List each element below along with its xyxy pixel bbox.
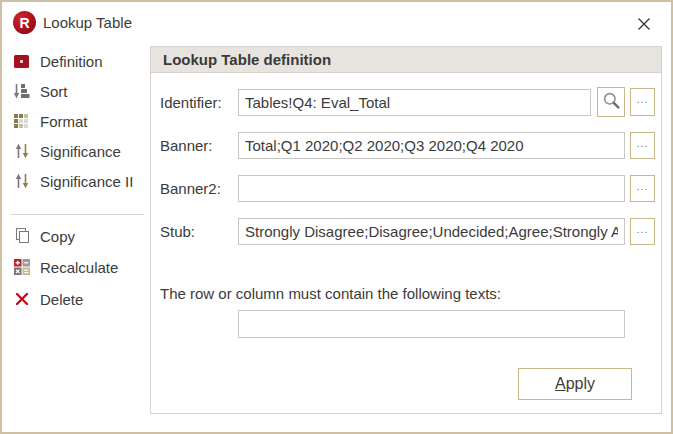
sidebar-separator [10, 214, 144, 215]
sidebar-item-label: Significance [40, 143, 121, 160]
sidebar-item-label: Recalculate [40, 259, 118, 276]
sidebar-item-copy[interactable]: Copy [13, 221, 145, 251]
sidebar-item-label: Copy [40, 228, 75, 245]
app-logo-letter: R [19, 15, 29, 29]
sidebar-item-label: Format [40, 113, 88, 130]
identifier-label: Identifier: [160, 89, 222, 116]
significance-2-icon [13, 173, 30, 190]
contains-texts-label: The row or column must contain the follo… [160, 285, 501, 302]
sidebar-item-significance-2[interactable]: Significance II [13, 166, 145, 196]
ellipsis-icon: ... [637, 182, 648, 192]
significance-icon [13, 143, 30, 160]
copy-icon [13, 228, 30, 245]
sidebar-item-label: Significance II [40, 173, 133, 190]
window-title: Lookup Table [43, 14, 132, 31]
sidebar-item-significance[interactable]: Significance [13, 136, 145, 166]
close-icon[interactable] [633, 13, 655, 35]
identifier-search-button[interactable] [597, 87, 625, 117]
contains-texts-input[interactable] [238, 310, 625, 338]
sidebar-item-definition[interactable]: Definition [13, 46, 145, 76]
recalculate-icon [13, 259, 30, 276]
ellipsis-icon: ... [637, 225, 648, 235]
definition-panel: Lookup Table definition Identifier: ... … [150, 46, 662, 414]
banner-label: Banner: [160, 132, 213, 159]
app-logo-icon: R [13, 11, 36, 34]
sidebar-item-label: Definition [40, 53, 103, 70]
sidebar-item-label: Delete [40, 291, 83, 308]
identifier-more-button[interactable]: ... [630, 88, 655, 116]
stub-input[interactable] [238, 218, 625, 245]
sort-icon [13, 83, 30, 100]
sidebar-item-recalculate[interactable]: Recalculate [13, 252, 145, 282]
delete-icon [13, 291, 30, 308]
stub-more-button[interactable]: ... [630, 218, 655, 245]
ellipsis-icon: ... [637, 139, 648, 149]
apply-button-label: pply [566, 375, 595, 392]
stub-label: Stub: [160, 218, 195, 245]
panel-title: Lookup Table definition [151, 47, 661, 73]
banner2-label: Banner2: [160, 175, 221, 202]
banner-input[interactable] [238, 132, 625, 159]
search-icon [602, 91, 621, 113]
banner2-input[interactable] [238, 175, 625, 202]
banner2-more-button[interactable]: ... [630, 175, 655, 202]
identifier-input[interactable] [238, 89, 591, 116]
ellipsis-icon: ... [637, 95, 648, 105]
banner-more-button[interactable]: ... [630, 132, 655, 159]
sidebar-item-format[interactable]: Format [13, 106, 145, 136]
sidebar-item-sort[interactable]: Sort [13, 76, 145, 106]
format-icon [13, 113, 30, 130]
apply-button[interactable]: Apply [518, 368, 632, 400]
lookup-table-dialog: R Lookup Table Definition Sort [0, 0, 673, 434]
sidebar-item-label: Sort [40, 83, 68, 100]
sidebar-item-delete[interactable]: Delete [13, 284, 145, 314]
definition-icon [13, 53, 30, 70]
apply-button-mnemonic: A [555, 375, 566, 392]
